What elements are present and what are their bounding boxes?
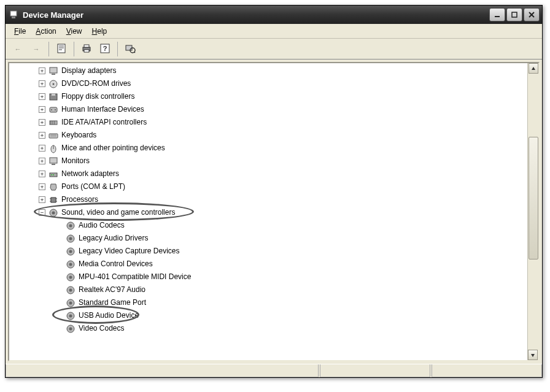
sound-icon (65, 272, 76, 283)
expand-icon[interactable]: + (39, 158, 45, 164)
expand-icon[interactable]: + (39, 132, 45, 139)
sound-icon (65, 298, 76, 309)
tree-node[interactable]: Video Codecs (12, 322, 527, 335)
tree-node[interactable]: Media Control Devices (12, 258, 527, 271)
svg-point-57 (69, 275, 72, 279)
tree-node-label: Legacy Audio Drivers (79, 232, 148, 245)
print-icon (81, 43, 92, 55)
expand-icon[interactable]: + (39, 171, 45, 177)
app-icon (9, 10, 19, 20)
tree-node[interactable]: Legacy Audio Drivers (12, 232, 527, 245)
tree-node-label: USB Audio Device (79, 309, 139, 322)
titlebar[interactable]: Device Manager (6, 6, 542, 24)
scroll-down-button[interactable] (528, 350, 538, 360)
properties-button[interactable] (53, 40, 70, 58)
tree-node[interactable]: USB Audio Device (12, 309, 527, 322)
device-tree[interactable]: +Display adapters+DVD/CD-ROM drives+Flop… (9, 63, 527, 360)
svg-rect-0 (10, 11, 17, 16)
svg-rect-6 (58, 44, 65, 53)
tree-node-label: DVD/CD-ROM drives (61, 77, 131, 90)
svg-rect-37 (52, 164, 55, 165)
tree-node[interactable]: +Display adapters (12, 64, 527, 77)
port-icon (48, 182, 59, 193)
tree-node[interactable]: −Sound, video and game controllers (12, 206, 527, 219)
tree-node[interactable]: Realtek AC'97 Audio (12, 283, 527, 296)
svg-rect-1 (12, 17, 15, 18)
toolbar: ← → ? (6, 39, 542, 60)
tree-node[interactable]: +Mice and other pointing devices (12, 142, 527, 155)
tree-node[interactable]: Standard Game Port (12, 296, 527, 309)
svg-point-26 (55, 109, 56, 110)
network-icon (48, 169, 59, 180)
svg-point-47 (52, 211, 55, 214)
sound-icon (65, 259, 76, 270)
tree-node[interactable]: Legacy Video Capture Devices (12, 245, 527, 258)
tree-node-label: Keyboards (61, 129, 96, 142)
svg-point-65 (69, 327, 72, 330)
minimize-button[interactable] (489, 8, 505, 21)
expand-icon[interactable]: + (39, 106, 45, 113)
tree-node[interactable]: +Floppy disk controllers (12, 90, 527, 103)
tree-node[interactable]: +Network adapters (12, 167, 527, 180)
sound-icon (48, 207, 59, 218)
toolbar-separator (48, 42, 49, 56)
menubar: File Action View Help (6, 24, 542, 39)
tree-node[interactable]: +Human Interface Devices (12, 103, 527, 116)
tree-node[interactable]: +DVD/CD-ROM drives (12, 77, 527, 90)
cpu-icon (48, 194, 59, 206)
device-tree-pane: +Display adapters+DVD/CD-ROM drives+Flop… (8, 62, 540, 361)
svg-rect-41 (51, 198, 56, 202)
monitor-icon (48, 66, 59, 77)
tree-node-label: Realtek AC'97 Audio (79, 283, 145, 296)
tree-node-label: Processors (61, 193, 98, 206)
svg-point-51 (69, 237, 72, 240)
svg-point-25 (51, 109, 52, 110)
svg-rect-23 (52, 94, 55, 96)
menu-view[interactable]: View (61, 26, 87, 37)
tree-node-label: Audio Codecs (79, 219, 125, 232)
expand-icon[interactable]: + (39, 119, 45, 126)
expand-icon[interactable]: + (39, 183, 45, 190)
back-button[interactable]: ← (9, 40, 26, 58)
scan-hardware-button[interactable] (122, 40, 139, 58)
toolbar-separator (74, 42, 74, 56)
tree-node-label: Sound, video and game controllers (61, 206, 175, 219)
svg-marker-66 (532, 67, 535, 70)
tree-node[interactable]: +Monitors (12, 155, 527, 167)
tree-node[interactable]: +Processors (12, 193, 527, 206)
status-cell (320, 364, 430, 377)
close-button[interactable] (524, 8, 540, 21)
collapse-icon[interactable]: − (39, 209, 45, 216)
tree-node-label: MPU-401 Compatible MIDI Device (79, 271, 191, 283)
svg-point-59 (69, 288, 72, 291)
tree-node[interactable]: Audio Codecs (12, 219, 527, 232)
maximize-button[interactable] (506, 8, 522, 21)
svg-rect-11 (84, 45, 89, 47)
tree-node-label: Ports (COM & LPT) (61, 180, 125, 193)
help-button[interactable]: ? (96, 40, 114, 58)
forward-button[interactable]: → (28, 40, 45, 58)
menu-action[interactable]: Action (31, 26, 61, 37)
svg-point-55 (69, 263, 72, 266)
menu-file[interactable]: File (9, 26, 31, 37)
expand-icon[interactable]: + (39, 145, 45, 152)
status-cell (432, 364, 542, 377)
svg-point-61 (69, 301, 72, 304)
expand-icon[interactable]: + (39, 67, 45, 74)
tree-node[interactable]: +IDE ATA/ATAPI controllers (12, 116, 527, 129)
tree-node[interactable]: +Keyboards (12, 129, 527, 142)
window-title: Device Manager (23, 10, 489, 20)
tree-node[interactable]: MPU-401 Compatible MIDI Device (12, 271, 527, 283)
menu-help[interactable]: Help (87, 26, 112, 37)
vertical-scrollbar[interactable] (527, 63, 538, 360)
expand-icon[interactable]: + (39, 80, 45, 87)
print-button[interactable] (78, 40, 95, 58)
expand-icon[interactable]: + (39, 196, 45, 203)
scroll-up-button[interactable] (529, 63, 538, 74)
expand-icon[interactable]: + (39, 93, 45, 100)
scan-icon (125, 43, 136, 55)
tree-node[interactable]: +Ports (COM & LPT) (12, 180, 527, 193)
svg-point-53 (69, 250, 72, 253)
scroll-thumb[interactable] (529, 137, 538, 259)
tree-node-label: Floppy disk controllers (61, 90, 134, 103)
